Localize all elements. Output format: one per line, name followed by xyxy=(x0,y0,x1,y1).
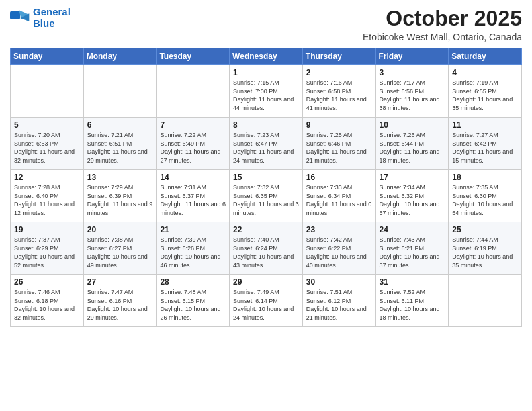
weekday-monday: Monday xyxy=(83,48,157,65)
day-number: 31 xyxy=(380,277,445,287)
day-info: Sunrise: 7:35 AMSunset: 6:30 PMDaylight:… xyxy=(452,183,518,217)
day-number: 22 xyxy=(233,225,299,234)
day-info: Sunrise: 7:39 AMSunset: 6:26 PMDaylight:… xyxy=(160,236,226,269)
day-number: 6 xyxy=(87,120,153,130)
day-info: Sunrise: 7:38 AMSunset: 6:27 PMDaylight:… xyxy=(87,236,153,269)
day-number: 14 xyxy=(160,173,226,182)
day-number: 25 xyxy=(452,225,518,234)
logo-icon xyxy=(10,9,30,28)
weekday-sunday: Sunday xyxy=(11,48,84,65)
logo-general: General xyxy=(33,6,71,17)
day-cell xyxy=(449,275,522,327)
day-cell: 2Sunrise: 7:16 AMSunset: 6:58 PMDaylight… xyxy=(302,65,375,118)
weekday-friday: Friday xyxy=(375,48,449,65)
week-row-3: 19Sunrise: 7:37 AMSunset: 6:29 PMDayligh… xyxy=(11,222,522,275)
weekday-header-row: SundayMondayTuesdayWednesdayThursdayFrid… xyxy=(11,48,522,65)
day-cell: 27Sunrise: 7:47 AMSunset: 6:16 PMDayligh… xyxy=(83,275,157,327)
day-number: 1 xyxy=(233,68,299,77)
week-row-4: 26Sunrise: 7:46 AMSunset: 6:18 PMDayligh… xyxy=(11,275,522,327)
day-number: 18 xyxy=(452,173,518,182)
day-info: Sunrise: 7:29 AMSunset: 6:39 PMDaylight:… xyxy=(87,183,153,217)
day-info: Sunrise: 7:19 AMSunset: 6:55 PMDaylight:… xyxy=(452,79,518,112)
day-cell: 7Sunrise: 7:22 AMSunset: 6:49 PMDaylight… xyxy=(157,118,230,170)
day-info: Sunrise: 7:33 AMSunset: 6:34 PMDaylight:… xyxy=(306,183,372,217)
day-number: 21 xyxy=(160,225,226,234)
day-info: Sunrise: 7:31 AMSunset: 6:37 PMDaylight:… xyxy=(160,183,226,217)
location: Etobicoke West Mall, Ontario, Canada xyxy=(363,32,522,42)
logo-text: General Blue xyxy=(33,7,71,29)
day-number: 20 xyxy=(87,225,153,234)
day-number: 17 xyxy=(380,173,445,182)
day-info: Sunrise: 7:16 AMSunset: 6:58 PMDaylight:… xyxy=(306,79,372,112)
day-number: 13 xyxy=(87,173,153,182)
day-number: 29 xyxy=(233,277,299,287)
day-cell: 3Sunrise: 7:17 AMSunset: 6:56 PMDaylight… xyxy=(375,65,449,118)
day-cell: 18Sunrise: 7:35 AMSunset: 6:30 PMDayligh… xyxy=(449,170,522,222)
day-info: Sunrise: 7:48 AMSunset: 6:15 PMDaylight:… xyxy=(160,288,226,322)
day-cell: 10Sunrise: 7:26 AMSunset: 6:44 PMDayligh… xyxy=(375,118,449,170)
day-number: 7 xyxy=(160,120,226,130)
day-cell: 6Sunrise: 7:21 AMSunset: 6:51 PMDaylight… xyxy=(83,118,157,170)
title-block: October 2025 Etobicoke West Mall, Ontari… xyxy=(363,7,522,42)
day-cell xyxy=(11,65,84,118)
day-cell: 20Sunrise: 7:38 AMSunset: 6:27 PMDayligh… xyxy=(83,222,157,275)
day-info: Sunrise: 7:34 AMSunset: 6:32 PMDaylight:… xyxy=(380,183,445,217)
svg-rect-0 xyxy=(10,11,20,19)
day-number: 24 xyxy=(380,225,445,234)
day-number: 15 xyxy=(233,173,299,182)
day-info: Sunrise: 7:42 AMSunset: 6:22 PMDaylight:… xyxy=(306,236,372,269)
weekday-wednesday: Wednesday xyxy=(230,48,303,65)
day-info: Sunrise: 7:40 AMSunset: 6:24 PMDaylight:… xyxy=(233,236,299,269)
day-info: Sunrise: 7:23 AMSunset: 6:47 PMDaylight:… xyxy=(233,131,299,165)
month-title: October 2025 xyxy=(363,7,522,30)
day-info: Sunrise: 7:21 AMSunset: 6:51 PMDaylight:… xyxy=(87,131,153,165)
day-info: Sunrise: 7:43 AMSunset: 6:21 PMDaylight:… xyxy=(380,236,445,269)
day-cell: 28Sunrise: 7:48 AMSunset: 6:15 PMDayligh… xyxy=(157,275,230,327)
day-cell: 8Sunrise: 7:23 AMSunset: 6:47 PMDaylight… xyxy=(230,118,303,170)
week-row-0: 1Sunrise: 7:15 AMSunset: 7:00 PMDaylight… xyxy=(11,65,522,118)
day-number: 9 xyxy=(306,120,372,130)
day-info: Sunrise: 7:26 AMSunset: 6:44 PMDaylight:… xyxy=(380,131,445,165)
day-cell: 11Sunrise: 7:27 AMSunset: 6:42 PMDayligh… xyxy=(449,118,522,170)
calendar: SundayMondayTuesdayWednesdayThursdayFrid… xyxy=(10,48,522,327)
day-cell: 26Sunrise: 7:46 AMSunset: 6:18 PMDayligh… xyxy=(11,275,84,327)
day-number: 27 xyxy=(87,277,153,287)
day-number: 12 xyxy=(14,173,80,182)
day-cell: 21Sunrise: 7:39 AMSunset: 6:26 PMDayligh… xyxy=(157,222,230,275)
day-number: 26 xyxy=(14,277,80,287)
day-number: 11 xyxy=(452,120,518,130)
day-cell xyxy=(83,65,157,118)
day-info: Sunrise: 7:27 AMSunset: 6:42 PMDaylight:… xyxy=(452,131,518,165)
day-cell: 13Sunrise: 7:29 AMSunset: 6:39 PMDayligh… xyxy=(83,170,157,222)
day-number: 2 xyxy=(306,68,372,77)
day-number: 28 xyxy=(160,277,226,287)
day-number: 30 xyxy=(306,277,372,287)
day-info: Sunrise: 7:25 AMSunset: 6:46 PMDaylight:… xyxy=(306,131,372,165)
week-row-1: 5Sunrise: 7:20 AMSunset: 6:53 PMDaylight… xyxy=(11,118,522,170)
page: General Blue October 2025 Etobicoke West… xyxy=(0,0,532,411)
day-number: 16 xyxy=(306,173,372,182)
day-info: Sunrise: 7:46 AMSunset: 6:18 PMDaylight:… xyxy=(14,288,80,322)
day-cell: 5Sunrise: 7:20 AMSunset: 6:53 PMDaylight… xyxy=(11,118,84,170)
day-cell: 30Sunrise: 7:51 AMSunset: 6:12 PMDayligh… xyxy=(302,275,375,327)
day-cell: 19Sunrise: 7:37 AMSunset: 6:29 PMDayligh… xyxy=(11,222,84,275)
day-cell: 4Sunrise: 7:19 AMSunset: 6:55 PMDaylight… xyxy=(449,65,522,118)
day-number: 4 xyxy=(452,68,518,77)
day-info: Sunrise: 7:17 AMSunset: 6:56 PMDaylight:… xyxy=(380,79,445,112)
logo: General Blue xyxy=(10,7,71,29)
day-info: Sunrise: 7:32 AMSunset: 6:35 PMDaylight:… xyxy=(233,183,299,217)
day-cell: 1Sunrise: 7:15 AMSunset: 7:00 PMDaylight… xyxy=(230,65,303,118)
day-info: Sunrise: 7:51 AMSunset: 6:12 PMDaylight:… xyxy=(306,288,372,322)
day-info: Sunrise: 7:15 AMSunset: 7:00 PMDaylight:… xyxy=(233,79,299,112)
day-number: 10 xyxy=(380,120,445,130)
day-cell: 12Sunrise: 7:28 AMSunset: 6:40 PMDayligh… xyxy=(11,170,84,222)
day-info: Sunrise: 7:52 AMSunset: 6:11 PMDaylight:… xyxy=(380,288,445,322)
day-cell xyxy=(157,65,230,118)
day-cell: 17Sunrise: 7:34 AMSunset: 6:32 PMDayligh… xyxy=(375,170,449,222)
day-info: Sunrise: 7:20 AMSunset: 6:53 PMDaylight:… xyxy=(14,131,80,165)
day-info: Sunrise: 7:47 AMSunset: 6:16 PMDaylight:… xyxy=(87,288,153,322)
day-cell: 29Sunrise: 7:49 AMSunset: 6:14 PMDayligh… xyxy=(230,275,303,327)
day-cell: 25Sunrise: 7:44 AMSunset: 6:19 PMDayligh… xyxy=(449,222,522,275)
day-cell: 24Sunrise: 7:43 AMSunset: 6:21 PMDayligh… xyxy=(375,222,449,275)
day-cell: 31Sunrise: 7:52 AMSunset: 6:11 PMDayligh… xyxy=(375,275,449,327)
